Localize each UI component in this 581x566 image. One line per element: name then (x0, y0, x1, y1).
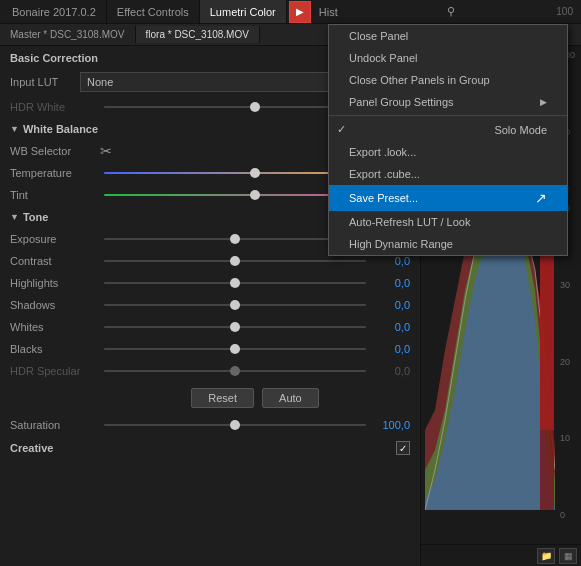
blacks-slider[interactable] (104, 347, 366, 351)
file-tab-master[interactable]: Master * DSC_3108.MOV (0, 26, 136, 43)
hdr-specular-label: HDR Specular (10, 365, 100, 377)
creative-label: Creative (10, 442, 396, 454)
shadows-slider[interactable] (104, 303, 366, 307)
highlights-value: 0,0 (374, 277, 410, 289)
histogram-folder-button[interactable]: 📁 (537, 548, 555, 564)
search-icon[interactable]: ⚲ (441, 5, 461, 18)
saturation-slider[interactable] (104, 423, 366, 427)
creative-row: Creative ✓ (0, 436, 420, 460)
contrast-slider[interactable] (104, 259, 366, 263)
whites-slider[interactable] (104, 325, 366, 329)
buttons-row: Reset Auto (90, 382, 420, 414)
panel-group-settings-arrow: ▶ (540, 97, 547, 107)
dropdown-menu: Close Panel Undock Panel Close Other Pan… (328, 24, 568, 256)
hdr-white-thumb[interactable] (250, 102, 260, 112)
blacks-thumb[interactable] (230, 344, 240, 354)
input-lut-label: Input LUT (10, 76, 80, 88)
file-tab-flora[interactable]: flora * DSC_3108.MOV (136, 26, 260, 43)
blacks-row: Blacks 0,0 (0, 338, 420, 360)
tint-label: Tint (10, 189, 100, 201)
menu-panel-group-settings[interactable]: Panel Group Settings ▶ (329, 91, 567, 113)
shadows-row: Shadows 0,0 (0, 294, 420, 316)
menu-close-panel[interactable]: Close Panel (329, 25, 567, 47)
tint-thumb[interactable] (250, 190, 260, 200)
hdr-specular-row: HDR Specular 0,0 (0, 360, 420, 382)
shadows-label: Shadows (10, 299, 100, 311)
auto-button[interactable]: Auto (262, 388, 319, 408)
whites-label: Whites (10, 321, 100, 333)
hdr-specular-thumb[interactable] (230, 366, 240, 376)
exposure-thumb[interactable] (230, 234, 240, 244)
menu-solo-mode[interactable]: ✓ Solo Mode (329, 118, 567, 141)
exposure-label: Exposure (10, 233, 100, 245)
tab-bonaire[interactable]: Bonaire 2017.0.2 (2, 0, 107, 23)
saturation-thumb[interactable] (230, 420, 240, 430)
contrast-thumb[interactable] (230, 256, 240, 266)
contrast-value: 0,0 (374, 255, 410, 267)
highlights-row: Highlights 0,0 (0, 272, 420, 294)
menu-separator-1 (329, 115, 567, 116)
tab-hist[interactable]: Hist (311, 0, 346, 23)
menu-high-dynamic-range[interactable]: High Dynamic Range (329, 233, 567, 255)
menu-close-other[interactable]: Close Other Panels in Group (329, 69, 567, 91)
creative-checkbox[interactable]: ✓ (396, 441, 410, 455)
menu-save-preset[interactable]: Save Preset... ↗ (329, 185, 567, 211)
temperature-thumb[interactable] (250, 168, 260, 178)
highlights-thumb[interactable] (230, 278, 240, 288)
saturation-value: 100,0 (374, 419, 410, 431)
menu-export-cube[interactable]: Export .cube... (329, 163, 567, 185)
tone-arrow: ▼ (10, 212, 19, 222)
top-value: 100 (556, 6, 579, 17)
temperature-label: Temperature (10, 167, 100, 179)
saturation-row: Saturation 100,0 (0, 414, 420, 436)
blacks-label: Blacks (10, 343, 100, 355)
contrast-label: Contrast (10, 255, 100, 267)
blacks-value: 0,0 (374, 343, 410, 355)
cursor-icon: ↗ (535, 190, 547, 206)
tab-effect-controls[interactable]: Effect Controls (107, 0, 200, 23)
highlights-slider[interactable] (104, 281, 366, 285)
shadows-value: 0,0 (374, 299, 410, 311)
hdr-white-label: HDR White (10, 101, 100, 113)
tab-lumetri-color[interactable]: Lumetri Color (200, 0, 287, 23)
highlights-label: Highlights (10, 277, 100, 289)
whites-thumb[interactable] (230, 322, 240, 332)
white-balance-arrow: ▼ (10, 124, 19, 134)
panel-menu-button[interactable]: ▶ (289, 1, 311, 23)
whites-row: Whites 0,0 (0, 316, 420, 338)
tab-bar: Bonaire 2017.0.2 Effect Controls Lumetri… (0, 0, 581, 24)
histogram-bottom: 📁 ▦ (421, 544, 581, 566)
menu-export-look[interactable]: Export .look... (329, 141, 567, 163)
eyedropper-icon[interactable]: ✂ (100, 143, 116, 159)
histogram-expand-button[interactable]: ▦ (559, 548, 577, 564)
menu-undock-panel[interactable]: Undock Panel (329, 47, 567, 69)
wb-selector-label: WB Selector (10, 145, 100, 157)
saturation-label: Saturation (10, 419, 100, 431)
shadows-thumb[interactable] (230, 300, 240, 310)
menu-auto-refresh[interactable]: Auto-Refresh LUT / Look (329, 211, 567, 233)
whites-value: 0,0 (374, 321, 410, 333)
reset-button[interactable]: Reset (191, 388, 254, 408)
solo-mode-check: ✓ (333, 123, 349, 136)
exposure-slider[interactable] (104, 237, 366, 241)
hdr-specular-value: 0,0 (374, 365, 410, 377)
hdr-specular-slider[interactable] (104, 369, 366, 373)
